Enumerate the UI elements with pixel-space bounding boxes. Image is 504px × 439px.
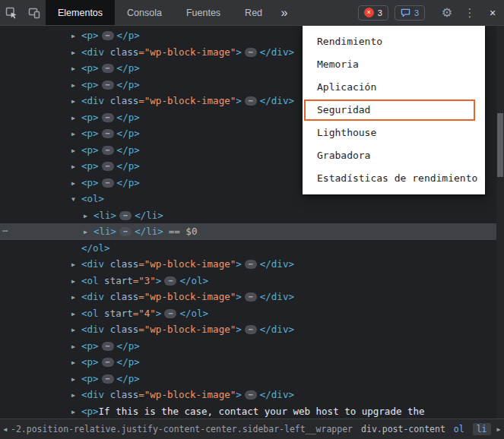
collapsed-arrow-icon[interactable]: ▶ [71,61,81,77]
menu-item-grabadora[interactable]: Grabadora [303,144,485,167]
tag-token: </div> [260,46,294,58]
collapsed-arrow-icon[interactable]: ▶ [71,306,81,323]
tree-row[interactable]: </ol> [0,240,504,257]
breadcrumb-item[interactable]: li [473,423,491,435]
collapsed-content-icon[interactable]: ⋯ [245,96,257,106]
tree-row[interactable]: ▶<p>⋯</p> [0,371,504,387]
console-messages-badge[interactable]: 3 [395,5,425,21]
more-options-icon[interactable]: ⋮ [458,0,481,25]
collapsed-arrow-icon[interactable]: ▶ [71,387,81,404]
tree-row[interactable]: ▶<p>⋯</p> [0,338,504,355]
breadcrumb-scroll-left-icon[interactable]: ◀ [0,426,11,433]
tag-token: </p> [117,62,140,74]
tree-row[interactable]: ▶<ol start="4">⋯</ol> [0,305,504,322]
tree-row[interactable]: ▶<div class="wp-block-image">⋯</div> [0,321,504,338]
expanded-arrow-icon[interactable]: ▼ [71,191,81,208]
tag-token: </p> [117,340,140,352]
more-tabs-chevron-icon[interactable]: » [274,0,294,25]
collapsed-arrow-icon[interactable]: ▶ [71,159,81,175]
collapsed-content-icon[interactable]: ⋯ [102,113,114,122]
settings-gear-icon[interactable]: ⚙ [436,0,458,25]
tree-row[interactable]: ▶<p>⋯</p> [0,354,504,371]
menu-item-lighthouse[interactable]: Lighthouse [303,122,485,144]
vertical-scrollbar[interactable] [496,26,504,418]
devtools-window: Elementos Consola Fuentes Red » × 3 3 ⚙ … [0,0,504,439]
collapsed-arrow-icon[interactable]: ▶ [71,257,81,273]
collapsed-content-icon[interactable]: ⋯ [164,309,176,318]
collapsed-content-icon[interactable]: ⋯ [102,358,114,367]
collapsed-arrow-icon[interactable]: ▶ [84,208,94,225]
tab-label: Fuentes [186,8,220,18]
collapsed-content-icon[interactable]: ⋯ [102,81,114,90]
collapsed-arrow-icon[interactable]: ▶ [71,45,81,62]
collapsed-arrow-icon[interactable]: ▶ [71,143,81,159]
collapsed-content-icon[interactable]: ⋯ [102,162,114,171]
tab-consola[interactable]: Consola [115,0,174,25]
breadcrumb-item[interactable]: ol [454,424,464,434]
tag-token: </ol> [81,242,110,254]
collapsed-arrow-icon[interactable]: ▶ [71,289,81,306]
collapsed-content-icon[interactable]: ⋯ [102,178,114,188]
tag-token: <div [81,291,110,302]
collapsed-arrow-icon[interactable]: ▶ [71,322,81,339]
collapsed-content-icon[interactable]: ⋯ [245,390,257,400]
device-toolbar-icon[interactable] [23,0,46,25]
collapsed-arrow-icon[interactable]: ▶ [71,273,81,290]
collapsed-content-icon[interactable]: ⋯ [102,64,114,73]
tag-token: <p> [81,406,99,417]
tab-elementos[interactable]: Elementos [46,0,115,25]
breadcrumb-item[interactable]: div.post-content [361,424,445,434]
tree-row[interactable]: ▶<li>⋯</li> [0,207,504,224]
menu-item-seguridad[interactable]: Seguridad [303,99,485,122]
scrollbar-thumb[interactable] [497,113,503,177]
tree-row[interactable]: ▶<ol start="3">⋯</ol> [0,273,504,289]
collapsed-arrow-icon[interactable]: ▶ [71,126,81,143]
inspect-element-icon[interactable] [0,0,23,25]
collapsed-content-icon[interactable]: ⋯ [245,292,257,302]
tree-row[interactable]: ▶<div class="wp-block-image">⋯</div> [0,256,504,273]
collapsed-arrow-icon[interactable]: ▶ [71,371,81,388]
breadcrumb-scroll-right-icon[interactable]: ▶ [493,426,504,433]
collapsed-arrow-icon[interactable]: ▶ [71,110,81,127]
menu-item-rendimiento[interactable]: Rendimiento [303,30,485,53]
collapsed-arrow-icon[interactable]: ▶ [71,175,81,192]
collapsed-arrow-icon[interactable]: ▶ [71,28,81,45]
menu-item-memoria[interactable]: Memoria [303,53,485,76]
tab-red[interactable]: Red [233,0,274,25]
attr-name-token: class [110,95,139,106]
menu-item-estadisticas-de-rendimiento[interactable]: Estadísticas de rendimiento [303,167,485,190]
collapsed-arrow-icon[interactable]: ▶ [84,224,94,241]
menu-item-label: Seguridad [317,104,370,115]
menu-item-aplicacion[interactable]: Aplicación [303,76,485,99]
toolbar-right-group: ⚙ ⋮ × [436,0,504,25]
collapsed-content-icon[interactable]: ⋯ [102,129,114,138]
breadcrumb-item[interactable]: -2.position-relative.justify-content-cen… [11,424,353,434]
collapsed-content-icon[interactable]: ⋯ [102,146,114,155]
tree-row[interactable]: ▶<div class="wp-block-image">⋯</div> [0,387,504,403]
collapsed-arrow-icon[interactable]: ▶ [71,339,81,355]
collapsed-content-icon[interactable]: ⋯ [102,31,114,40]
tree-row[interactable]: ▶<p>If this is the case, contact your we… [0,403,504,419]
tag-token: </div> [260,389,294,400]
collapsed-content-icon[interactable]: ⋯ [164,276,176,286]
menu-item-label: Memoria [317,58,359,70]
tree-row[interactable]: ▶<div class="wp-block-image">⋯</div> [0,289,504,305]
collapsed-arrow-icon[interactable]: ▶ [71,404,81,419]
error-count: 3 [378,8,382,17]
collapsed-content-icon[interactable]: ⋯ [102,374,114,384]
collapsed-content-icon[interactable]: ⋯ [245,260,257,269]
collapsed-content-icon[interactable]: ⋯ [102,342,114,351]
collapsed-content-icon[interactable]: ⋯ [119,227,132,236]
collapsed-arrow-icon[interactable]: ▶ [71,77,81,94]
close-devtools-icon[interactable]: × [481,0,504,25]
collapsed-arrow-icon[interactable]: ▶ [71,355,81,371]
tag-token: <li> [94,226,116,237]
collapsed-content-icon[interactable]: ⋯ [245,325,257,334]
collapsed-content-icon[interactable]: ⋯ [245,48,257,57]
row-gutter-dots-icon[interactable]: ⋯ [2,223,8,240]
tab-fuentes[interactable]: Fuentes [174,0,233,25]
tree-row[interactable]: ▶<li>⋯</li>== $0⋯ [0,223,504,240]
collapsed-content-icon[interactable]: ⋯ [119,211,132,220]
collapsed-arrow-icon[interactable]: ▶ [71,93,81,110]
error-count-badge[interactable]: × 3 [358,5,388,21]
